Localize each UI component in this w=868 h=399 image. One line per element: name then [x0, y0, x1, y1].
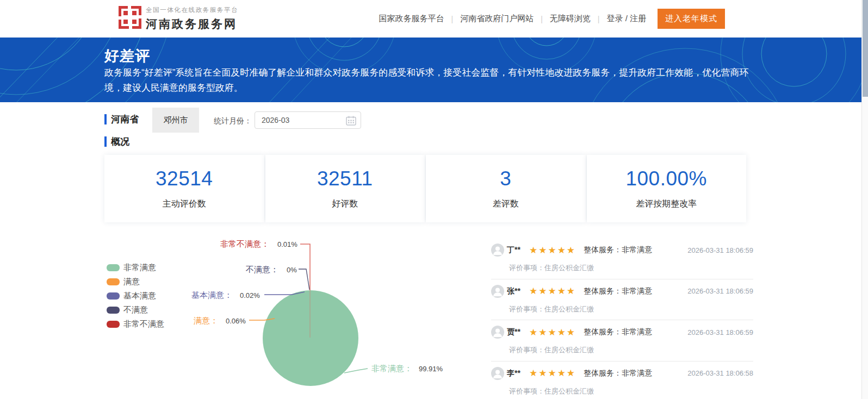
overall-service-rating: 整体服务：非常满意	[584, 327, 652, 337]
legend-item-satisfied[interactable]: 满意	[107, 277, 164, 286]
site-name: 河南政务服务网	[146, 16, 238, 32]
month-input[interactable]	[255, 112, 342, 128]
reviewer-name: 张**	[507, 286, 520, 296]
page-banner: 好差评 政务服务“好差评”系统旨在全面及时准确了解企业和群众对政务服务的感受和诉…	[0, 38, 861, 102]
pie-label-satisfied: 满意：	[194, 316, 218, 326]
review-timestamp: 2026-03-31 18:06:59	[687, 328, 753, 336]
month-picker[interactable]	[255, 111, 361, 129]
user-avatar-icon	[491, 285, 504, 298]
stat-card-good-reviews: 32511 好评数	[265, 155, 425, 222]
pie-value-basically-satisfied: 0.02%	[240, 291, 260, 300]
stat-value: 32511	[317, 167, 373, 190]
review-matter: 评价事项：住房公积金汇缴	[509, 345, 753, 355]
nav-separator: |	[541, 15, 543, 23]
review-item: 张** ★★★★★ 整体服务：非常满意 2026-03-31 18:06:59 …	[491, 279, 753, 321]
top-header: 全国一体化在线政务服务平台 河南政务服务网 国家政务服务平台 | 河南省政府门户…	[0, 0, 861, 38]
overview-title: 概况	[111, 135, 129, 148]
stat-value: 32514	[156, 167, 213, 190]
pie-label-dissatisfied: 不满意：	[246, 265, 278, 275]
pie-label-basically-satisfied: 基本满意：	[191, 290, 232, 301]
review-timestamp: 2026-03-31 18:06:59	[687, 287, 753, 295]
elder-mode-button[interactable]: 进入老年模式	[658, 9, 725, 29]
review-matter: 评价事项：住房公积金汇缴	[509, 263, 753, 273]
review-timestamp: 2026-03-31 18:06:59	[687, 246, 753, 254]
pie-label-very-dissatisfied: 非常不满意：	[220, 239, 269, 250]
reviewer-name: 贾**	[507, 327, 520, 337]
nav-separator: |	[451, 15, 454, 23]
review-matter: 评价事项：住房公积金汇缴	[509, 304, 753, 314]
legend-swatch-icon	[107, 307, 120, 314]
stat-label: 好评数	[332, 198, 358, 210]
chart-legend: 非常满意 满意 基本满意 不满意 非常不满意	[107, 263, 164, 334]
platform-name: 全国一体化在线政务服务平台	[146, 6, 238, 14]
user-avatar-icon	[491, 367, 504, 380]
reviewer-name: 李**	[507, 369, 520, 378]
review-item: 贾** ★★★★★ 整体服务：非常满意 2026-03-31 18:06:59 …	[491, 320, 753, 361]
legend-item-basically-satisfied[interactable]: 基本满意	[107, 291, 164, 300]
overall-service-rating: 整体服务：非常满意	[584, 286, 652, 296]
stat-value: 100.00%	[625, 167, 707, 190]
province-name: 河南省	[111, 113, 139, 126]
nav-link-login-register[interactable]: 登录 / 注册	[606, 14, 646, 24]
overview-stat-cards: 32514 主动评价数 32511 好评数 3 差评数 100.00% 差评按期…	[104, 155, 746, 222]
pie-slice-very-satisfied	[263, 290, 358, 386]
overall-service-rating: 整体服务：非常满意	[584, 369, 652, 378]
review-matter: 评价事项：住房公积金汇缴	[509, 386, 753, 396]
review-list: 丁** ★★★★★ 整体服务：非常满意 2026-03-31 18:06:59 …	[491, 238, 753, 399]
legend-swatch-icon	[107, 321, 120, 328]
stat-label: 主动评价数	[163, 198, 206, 210]
gov-logo-icon	[117, 5, 142, 30]
stat-card-rectification-rate: 100.00% 差评按期整改率	[587, 155, 747, 222]
month-filter-label: 统计月份：	[214, 116, 252, 126]
top-nav: 国家政务服务平台 | 河南省政府门户网站 | 无障碍浏览 | 登录 / 注册 进…	[379, 0, 725, 38]
page-title: 好差评	[104, 46, 150, 66]
stat-value: 3	[500, 167, 511, 190]
scrollbar-thumb[interactable]	[863, 0, 868, 97]
user-avatar-icon	[491, 244, 504, 257]
pie-value-dissatisfied: 0%	[287, 266, 297, 274]
stat-label: 差评按期整改率	[636, 198, 697, 210]
legend-item-very-satisfied[interactable]: 非常满意	[107, 263, 164, 272]
review-item: 李** ★★★★★ 整体服务：非常满意 2026-03-31 18:06:58 …	[491, 361, 753, 399]
star-rating-icon: ★★★★★	[529, 246, 576, 255]
pie-value-satisfied: 0.06%	[226, 317, 246, 325]
reviewer-name: 丁**	[507, 245, 520, 255]
pie-label-very-satisfied: 非常满意：	[371, 364, 412, 374]
star-rating-icon: ★★★★★	[529, 369, 576, 378]
heading-accent-bar	[104, 114, 107, 124]
city-tab-dengzhou[interactable]: 邓州市	[152, 108, 199, 133]
stat-card-total-evaluations: 32514 主动评价数	[104, 155, 264, 222]
legend-swatch-icon	[107, 264, 120, 271]
calendar-icon[interactable]	[346, 116, 356, 126]
pie-value-very-dissatisfied: 0.01%	[277, 240, 297, 248]
star-rating-icon: ★★★★★	[529, 286, 576, 296]
page-description: 政务服务“好差评”系统旨在全面及时准确了解企业和群众对政务服务的感受和诉求，接受…	[104, 65, 749, 95]
stat-label: 差评数	[493, 198, 519, 210]
legend-swatch-icon	[107, 292, 120, 300]
legend-swatch-icon	[107, 278, 120, 285]
heading-accent-bar	[104, 136, 107, 147]
province-heading: 河南省	[104, 113, 139, 126]
overview-heading: 概况	[104, 135, 129, 148]
pie-value-very-satisfied: 99.91%	[419, 365, 443, 373]
review-item: 丁** ★★★★★ 整体服务：非常满意 2026-03-31 18:06:59 …	[491, 238, 753, 279]
nav-separator: |	[598, 15, 600, 23]
page-scrollbar[interactable]	[861, 0, 868, 399]
logo-text-block: 全国一体化在线政务服务平台 河南政务服务网	[146, 6, 238, 32]
nav-link-accessibility[interactable]: 无障碍浏览	[550, 14, 591, 24]
user-avatar-icon	[491, 326, 504, 339]
overall-service-rating: 整体服务：非常满意	[584, 245, 652, 255]
legend-item-dissatisfied[interactable]: 不满意	[107, 306, 164, 314]
stat-card-bad-reviews: 3 差评数	[426, 155, 586, 222]
review-timestamp: 2026-03-31 18:06:58	[687, 369, 753, 377]
nav-link-henan-portal[interactable]: 河南省政府门户网站	[460, 14, 534, 24]
legend-item-very-dissatisfied[interactable]: 非常不满意	[107, 320, 164, 328]
nav-link-national-platform[interactable]: 国家政务服务平台	[379, 14, 444, 24]
star-rating-icon: ★★★★★	[529, 328, 576, 337]
